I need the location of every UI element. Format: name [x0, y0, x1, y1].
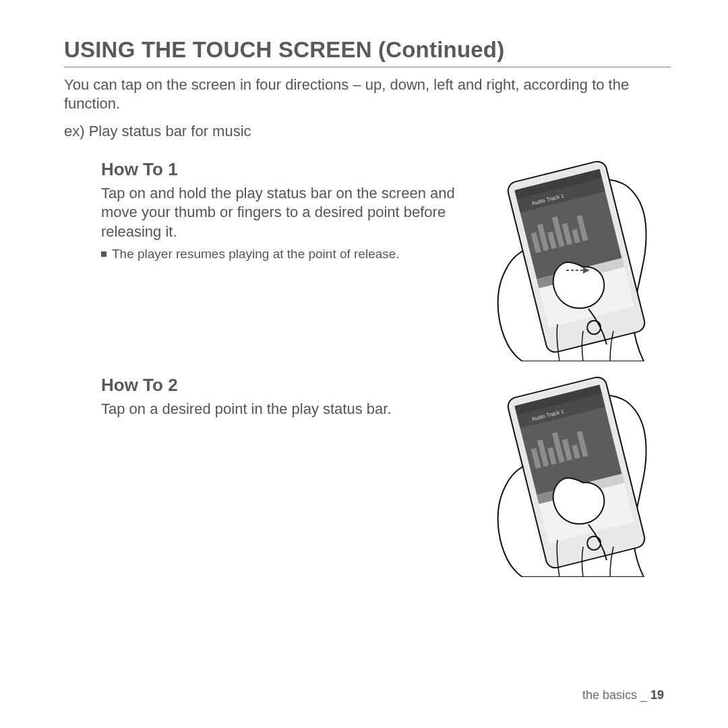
- howto-2-body: Tap on a desired point in the play statu…: [64, 400, 465, 419]
- howto-1-bullet-text: The player resumes playing at the point …: [112, 247, 400, 262]
- example-text: ex) Play status bar for music: [64, 123, 671, 140]
- illustration-2: Audio Track 1: [482, 375, 671, 577]
- howto-1-section: How To 1 Tap on and hold the play status…: [64, 159, 671, 361]
- page-footer: the basics _ 19: [582, 688, 664, 702]
- footer-section: the basics _: [582, 688, 650, 702]
- illustration-1: Audio Track 1: [482, 159, 671, 361]
- page-title: USING THE TOUCH SCREEN (Continued): [64, 37, 671, 67]
- howto-2-section: How To 2 Tap on a desired point in the p…: [64, 375, 671, 577]
- howto-1-bullet: The player resumes playing at the point …: [64, 247, 479, 262]
- footer-page-number: 19: [650, 688, 664, 702]
- howto-1-body: Tap on and hold the play status bar on t…: [64, 184, 465, 241]
- bullet-square-icon: [101, 251, 107, 257]
- intro-text: You can tap on the screen in four direct…: [64, 75, 671, 113]
